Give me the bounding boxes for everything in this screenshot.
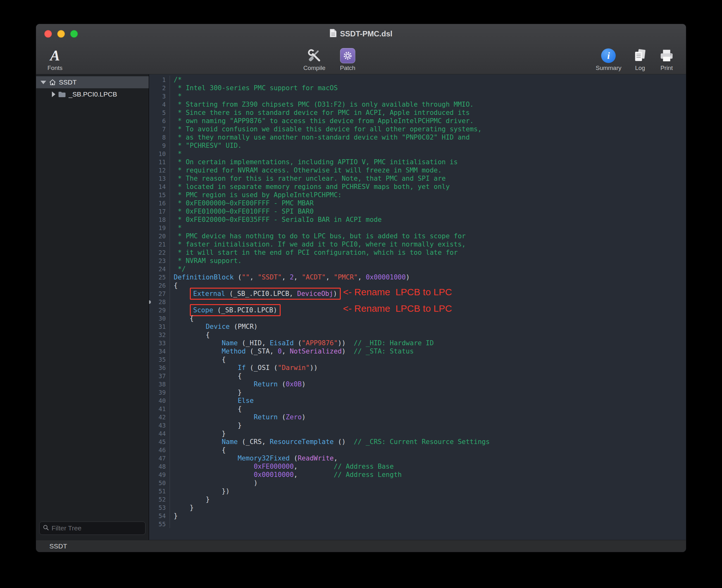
disclosure-down-icon[interactable] [41,81,46,84]
line-number: 19 [149,224,170,232]
code-token: * located in separate memory regions and… [174,183,450,190]
close-button[interactable] [44,30,52,38]
patch-button[interactable]: Patch [340,47,356,71]
code-line-content: * PMC device has nothing to do to LPC bu… [170,232,466,240]
code-line: 11 * On certain implementations, includi… [149,158,686,166]
sidebar: SSDT_SB.PCI0.LPCB [36,75,149,540]
code-token: } [174,388,242,396]
code-line: 54} [149,512,686,520]
code-line-content: * [170,150,182,158]
code-line-content: * To avoid confusion we disable this dev… [170,125,482,133]
code-line-content: 0x00010000, // Address Length [170,470,402,479]
line-number: 44 [149,429,170,438]
line-number: 25 [149,273,170,281]
code-token: ( [278,380,286,388]
compile-tools-icon [306,47,323,64]
code-line-content: Memory32Fixed (ReadWrite, [170,454,338,462]
code-token: * [174,92,182,100]
code-line-content: Return (0x0B) [170,380,306,388]
line-number: 55 [149,520,170,528]
code-token: * PMC device has nothing to do to LPC bu… [174,232,466,240]
code-token: , [294,463,334,470]
code-token: (_CRS, [238,438,270,446]
code-token: Return [254,380,278,388]
sidebar-item-ssdt[interactable]: SSDT [36,76,149,88]
code-line: 20 * PMC device has nothing to do to LPC… [149,232,686,240]
code-token: // _HID: Hardware ID [354,339,434,347]
code-line: 38 Return (0x0B) [149,380,686,388]
code-line-content: */ [170,265,186,273]
code-token: 2 [290,273,294,281]
line-number: 26 [149,281,170,290]
log-documents-icon [632,47,648,64]
minimize-button[interactable] [57,30,65,38]
code-line-content: Name (_HID, EisaId ("APP9876")) // _HID:… [170,339,434,347]
line-number: 14 [149,183,170,191]
line-number: 41 [149,405,170,413]
code-token: * required for NVRAM access. Otherwise i… [174,166,442,174]
code-line-content: ) [170,479,258,487]
line-number: 24 [149,265,170,273]
code-editor[interactable]: 1/*2 * Intel 300-series PMC support for … [149,75,686,540]
zoom-button[interactable] [70,30,78,38]
titlebar[interactable]: SSDT-PMC.dsl [36,24,686,44]
code-token: "ACDT" [302,273,326,281]
line-number: 36 [149,364,170,372]
code-token [174,463,254,470]
code-token [174,306,190,314]
disclosure-right-icon[interactable] [52,91,55,97]
line-number: 21 [149,240,170,248]
filter-field[interactable] [39,522,146,535]
code-token: 0 [278,348,282,355]
code-token: * as they normally use another non-stand… [174,133,470,141]
compile-button[interactable]: Compile [303,47,325,71]
code-line-content: * Starting from Z390 chipsets PMC (D31:F… [170,100,474,108]
code-line-content: { [170,446,226,454]
sidebar-item-_sb.pci0.lpcb[interactable]: _SB.PCI0.LPCB [36,88,149,100]
code-token: } [174,430,226,437]
code-token: Return [254,413,278,421]
code-line-content: Device (PMCR) [170,322,258,331]
line-number: 6 [149,117,170,125]
code-line-content: * On certain implementations, including … [170,158,458,166]
line-number: 50 [149,479,170,487]
code-token: EisaId [270,339,294,347]
line-number: 43 [149,421,170,429]
code-token: , [281,348,290,355]
code-token: * 0xFE020000~0xFE035FFF - SerialIo BAR i… [174,216,382,224]
fonts-button[interactable]: A Fonts [47,47,63,71]
print-button[interactable]: Print [659,47,675,71]
code-line: 16 * 0xFE000000~0xFE00FFFF - PMC MBAR [149,199,686,207]
code-line-content: Scope (_SB.PCI0.LPCB)<- Rename LPCB to L… [170,306,281,314]
code-token: "PMCR" [334,273,358,281]
line-number: 35 [149,355,170,364]
code-line-content: * [170,92,182,100]
line-number: 18 [149,215,170,224]
code-token: * "PCHRESV" UID. [174,142,242,149]
code-token: ( [294,339,301,347]
line-number: 30 [149,314,170,322]
summary-button[interactable]: i Summary [596,47,621,71]
code-line: 29 Scope (_SB.PCI0.LPCB)<- Rename LPCB t… [149,306,686,314]
code-token: { [174,282,178,289]
code-token [174,397,238,404]
code-line: 9 * "PCHRESV" UID. [149,142,686,150]
code-token: * it will start in the end of PCI config… [174,249,458,256]
tree-item-label: _SB.PCI0.LPCB [69,90,117,98]
line-number: 37 [149,372,170,380]
code-token: * faster initialisation. If we add it to… [174,240,466,248]
code-token: , [250,273,257,281]
code-token [174,339,222,347]
code-token: , [281,273,290,281]
line-number: 33 [149,339,170,347]
code-line-content: * NVRAM support. [170,257,242,265]
line-number: 42 [149,413,170,421]
code-token: * Intel 300-series PMC support for macOS [174,84,338,92]
filter-tree-input[interactable] [51,524,142,532]
log-button[interactable]: Log [632,47,648,71]
code-line: 44 } [149,429,686,438]
code-line: 18 * 0xFE020000~0xFE035FFF - SerialIo BA… [149,215,686,224]
line-number: 13 [149,174,170,183]
line-number: 39 [149,388,170,397]
code-token: 0x00010000 [254,471,294,479]
